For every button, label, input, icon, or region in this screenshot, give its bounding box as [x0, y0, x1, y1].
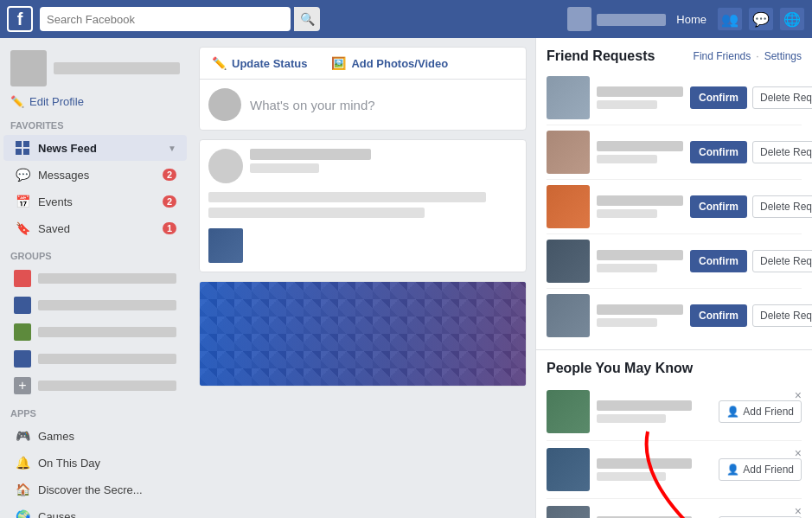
fr1-confirm-button[interactable]: Confirm [690, 86, 747, 109]
group2-name [38, 300, 176, 310]
apps-section-label: APPS [0, 400, 190, 422]
friend-request-item-2: Confirm Delete Request [547, 125, 802, 180]
composer-placeholder[interactable]: What's on your mind? [250, 98, 375, 112]
sidebar-item-group4[interactable] [3, 346, 187, 372]
news-feed-label: News Feed [38, 142, 161, 155]
search-button[interactable]: 🔍 [294, 7, 320, 31]
group-add-icon: + [14, 377, 31, 394]
fr1-avatar [547, 76, 590, 119]
fr3-meta [597, 209, 657, 218]
post-1-header [200, 140, 526, 192]
fr5-delete-button[interactable]: Delete Request [752, 304, 812, 327]
sidebar-item-group3[interactable] [3, 319, 187, 345]
fr5-confirm-button[interactable]: Confirm [690, 304, 747, 327]
find-friends-link[interactable]: Find Friends [694, 50, 751, 62]
fr2-info [597, 141, 683, 163]
post-1-content [200, 192, 526, 228]
fr5-avatar [547, 294, 590, 337]
links-divider: · [756, 50, 758, 62]
sidebar-item-group1[interactable] [3, 265, 187, 291]
fr4-delete-button[interactable]: Delete Request [752, 250, 812, 272]
edit-profile-label: Edit Profile [29, 95, 84, 108]
post-1-images [200, 228, 526, 272]
post-1-thumbnail [208, 228, 243, 263]
fr-settings-link[interactable]: Settings [764, 50, 802, 62]
facebook-logo: f [7, 6, 33, 32]
sidebar-profile[interactable] [0, 45, 190, 92]
discover-label: Discover the Secre... [38, 483, 176, 496]
messages-badge: 2 [163, 169, 176, 181]
post-1-line1 [208, 192, 486, 202]
fr5-actions: Confirm Delete Request [690, 304, 812, 327]
messages-icon: 💬 [14, 166, 31, 183]
news-feed-icon [14, 139, 31, 157]
fr2-avatar [547, 131, 590, 174]
pymk2-add-friend-button[interactable]: 👤 Add Friend [719, 458, 802, 481]
on-this-day-icon: 🔔 [14, 454, 31, 471]
add-photos-label: Add Photos/Video [351, 57, 448, 70]
causes-icon: 🌍 [14, 508, 31, 518]
messages-nav-icon[interactable]: 💬 [748, 7, 774, 31]
svg-rect-3 [23, 149, 29, 155]
discover-icon: 🏠 [14, 481, 31, 498]
sidebar-item-on-this-day[interactable]: 🔔 On This Day [3, 450, 187, 476]
update-status-icon: ✏️ [212, 56, 227, 70]
sidebar-item-discover[interactable]: 🏠 Discover the Secre... [3, 476, 187, 502]
fr3-info [597, 195, 683, 218]
favorites-section-label: FAVORITES [0, 112, 190, 134]
notifications-nav-icon[interactable]: 🌐 [779, 7, 805, 31]
sidebar-item-news-feed[interactable]: News Feed ▼ [3, 135, 187, 161]
sidebar-item-messages[interactable]: 💬 Messages 2 [3, 162, 187, 188]
home-link[interactable]: Home [671, 10, 712, 29]
fr4-info [597, 250, 683, 272]
fr1-delete-button[interactable]: Delete Request [752, 86, 812, 109]
events-badge: 2 [163, 195, 176, 208]
fr1-meta [597, 100, 657, 109]
pymk2-close-button[interactable]: × [795, 446, 802, 460]
fr3-confirm-button[interactable]: Confirm [690, 195, 747, 218]
sidebar-item-group-add[interactable]: + [3, 373, 187, 399]
post-1-time [250, 163, 319, 173]
composer-tabs: ✏️ Update Status 🖼️ Add Photos/Video [200, 48, 526, 80]
sidebar-item-events[interactable]: 📅 Events 2 [3, 189, 187, 214]
search-input[interactable] [40, 7, 291, 31]
fr3-name [597, 195, 683, 206]
fr2-confirm-button[interactable]: Confirm [690, 141, 747, 163]
fr4-meta [597, 264, 657, 272]
edit-profile-icon: ✏️ [10, 95, 24, 108]
fr4-confirm-button[interactable]: Confirm [690, 250, 747, 272]
fr2-actions: Confirm Delete Request [690, 141, 812, 163]
groups-section-label: GROUPS [0, 242, 190, 265]
post-2-image-overlay [200, 282, 526, 386]
pymk1-add-friend-button[interactable]: 👤 Add Friend [719, 400, 802, 423]
sidebar-item-games[interactable]: 🎮 Games [3, 423, 187, 449]
update-status-tab[interactable]: ✏️ Update Status [200, 48, 319, 79]
friend-request-item-4: Confirm Delete Request [547, 234, 802, 289]
composer-input-area[interactable]: What's on your mind? [200, 80, 526, 130]
pymk1-add-friend-icon: 👤 [726, 406, 739, 418]
pymk-section: People You May Know 👤 Add Friend × [536, 350, 812, 518]
pymk1-add-friend-label: Add Friend [743, 406, 794, 418]
pymk2-meta [597, 472, 666, 481]
pymk3-close-button[interactable]: × [795, 504, 802, 518]
fr5-meta [597, 318, 657, 327]
fr1-name [597, 86, 683, 97]
add-photos-tab[interactable]: 🖼️ Add Photos/Video [319, 48, 460, 79]
svg-rect-2 [16, 149, 22, 155]
saved-icon: 🔖 [14, 220, 31, 237]
svg-rect-0 [16, 141, 22, 147]
pymk-header: People You May Know [547, 361, 802, 376]
post-1-name [250, 149, 371, 160]
on-this-day-label: On This Day [38, 457, 176, 470]
pymk1-close-button[interactable]: × [795, 388, 802, 402]
edit-profile-item[interactable]: ✏️ Edit Profile [0, 92, 190, 112]
group3-icon [14, 323, 31, 341]
sidebar-item-saved[interactable]: 🔖 Saved 1 [3, 215, 187, 241]
fr2-delete-button[interactable]: Delete Request [752, 141, 812, 163]
sidebar-item-group2[interactable] [3, 292, 187, 318]
pymk-item-3: 👤 Add Friend × [547, 499, 802, 518]
fr4-actions: Confirm Delete Request [690, 250, 812, 272]
friends-nav-icon[interactable]: 👥 [717, 7, 743, 31]
sidebar-item-causes[interactable]: 🌍 Causes [3, 503, 187, 518]
fr3-delete-button[interactable]: Delete Request [752, 195, 812, 218]
